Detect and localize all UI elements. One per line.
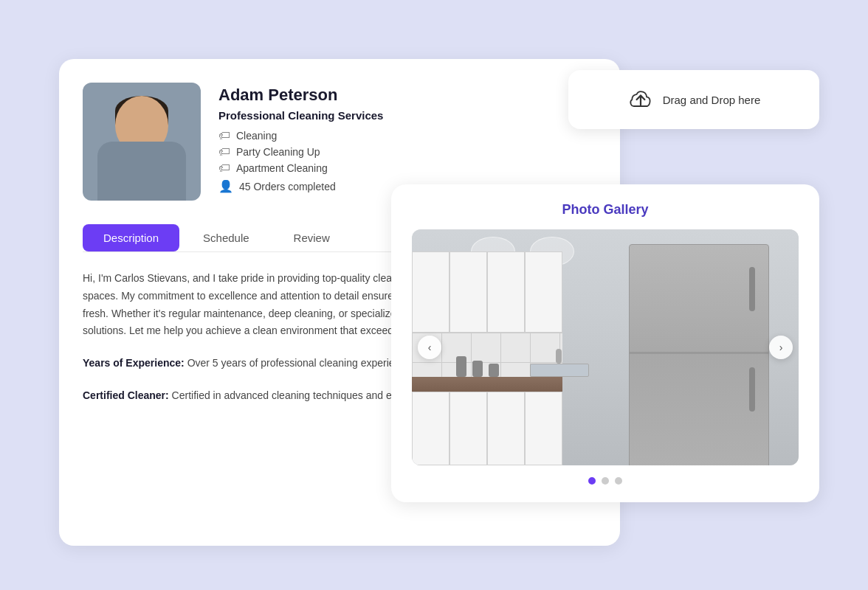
tag-icon-1: 🏷 [218, 145, 230, 159]
orders-count: 45 Orders completed [239, 181, 336, 192]
gallery-dot-2[interactable] [615, 477, 622, 485]
upload-icon [627, 86, 654, 113]
drag-drop-card[interactable]: Drag and Drop here [568, 70, 819, 129]
tag-label-1: Party Cleaning Up [236, 146, 320, 158]
gallery-dot-1[interactable] [602, 477, 609, 485]
gallery-prev-button[interactable]: ‹ [418, 336, 441, 359]
orders-icon: 👤 [218, 179, 233, 193]
cab-door-1 [412, 251, 450, 333]
avatar [83, 83, 201, 201]
cab-door-3 [487, 251, 525, 333]
lower-cab-door-1 [412, 392, 450, 465]
drag-drop-text: Drag and Drop here [663, 94, 761, 106]
sink [530, 364, 589, 377]
profile-photo [83, 83, 201, 201]
cab-door-2 [450, 251, 487, 333]
tab-schedule[interactable]: Schedule [182, 224, 270, 251]
fridge-handle-upper [749, 267, 755, 311]
tag-list: 🏷 Cleaning 🏷 Party Cleaning Up 🏷 Apartme… [218, 129, 596, 175]
tag-item-apartment: 🏷 Apartment Cleaning [218, 162, 596, 175]
profile-section: Adam Peterson Professional Cleaning Serv… [83, 83, 596, 201]
gallery-dot-0[interactable] [588, 477, 596, 485]
counter-items [456, 356, 499, 377]
counter-item-1 [456, 356, 466, 377]
kitchen-image [412, 229, 799, 465]
refrigerator [629, 244, 769, 465]
profile-name: Adam Peterson [218, 86, 596, 105]
gallery-title: Photo Gallery [412, 202, 799, 218]
tag-label-0: Cleaning [236, 130, 277, 142]
lower-cab-door-4 [525, 392, 562, 465]
certified-label: Certified Cleaner: [83, 389, 169, 401]
fridge-handle-lower [749, 367, 755, 412]
countertop [412, 377, 562, 392]
tab-description[interactable]: Description [83, 224, 179, 251]
lower-cabinets [412, 392, 562, 465]
faucet [556, 349, 562, 364]
gallery-card: Photo Gallery [391, 184, 819, 502]
lower-cab-door-2 [450, 392, 487, 465]
tag-item-party: 🏷 Party Cleaning Up [218, 145, 596, 159]
tag-label-2: Apartment Cleaning [236, 162, 328, 174]
profile-title: Professional Cleaning Services [218, 109, 596, 122]
upper-cabinets [412, 251, 562, 333]
gallery-next-button[interactable]: › [769, 336, 793, 359]
tab-review[interactable]: Review [273, 224, 351, 251]
lower-cab-door-3 [487, 392, 525, 465]
gallery-dots [412, 477, 799, 485]
gallery-image-container: ‹ › [412, 229, 799, 465]
fridge-divider [630, 352, 768, 354]
tag-icon-2: 🏷 [218, 162, 230, 175]
tag-icon-0: 🏷 [218, 129, 230, 142]
cab-door-4 [525, 251, 562, 333]
counter-item-3 [489, 364, 499, 377]
profile-info: Adam Peterson Professional Cleaning Serv… [218, 83, 596, 193]
tag-item-cleaning: 🏷 Cleaning [218, 129, 596, 142]
experience-label: Years of Experience: [83, 357, 185, 369]
upload-svg-icon [627, 86, 654, 113]
counter-item-2 [472, 361, 483, 377]
